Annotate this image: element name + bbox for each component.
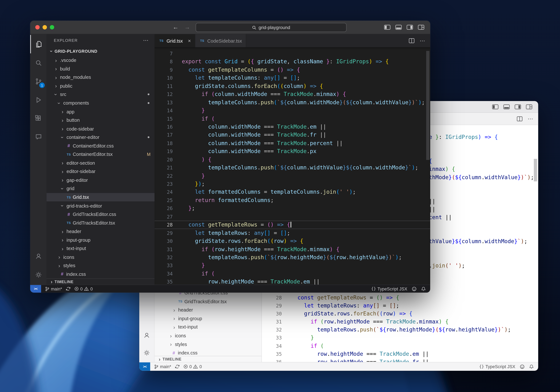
code-line-35[interactable]: 35 row.heightMode === TrackMode.em ||: [262, 350, 538, 358]
navigate-back-button[interactable]: ←: [173, 24, 179, 30]
sync-status[interactable]: [175, 364, 180, 369]
code-line-31[interactable]: 31 if (row.heightMode === TrackMode.minm…: [262, 318, 538, 326]
sync-status[interactable]: [66, 286, 70, 291]
tab-grid-tsx[interactable]: TS Grid.tsx ×: [155, 34, 195, 47]
code-line-19[interactable]: 19 column.widthMode === TrackMode.px: [155, 147, 430, 156]
notifications-bell-icon[interactable]: [529, 364, 534, 369]
zoom-window-button[interactable]: [50, 25, 54, 29]
code-line-24[interactable]: 24 let formattedColumns = templateColumn…: [155, 188, 430, 196]
code-line-29[interactable]: 29 let templateRows: any[] = [];: [262, 302, 538, 310]
code-line-14[interactable]: 14 }: [155, 107, 430, 115]
layout-sidebar-left-icon[interactable]: [384, 25, 390, 30]
tree-item-GridTracksEditor.css[interactable]: #GridTracksEditor.css: [47, 210, 154, 218]
code-line-21[interactable]: 21 templateColumns.push(`${column.widthV…: [155, 164, 430, 172]
run-debug-activity-button[interactable]: [30, 91, 47, 109]
tree-item-container-editor[interactable]: ›container-editor: [47, 133, 154, 141]
tree-item-icons[interactable]: ›icons: [155, 332, 261, 340]
close-window-button[interactable]: [35, 25, 40, 29]
tree-item-gap-editor[interactable]: ›gap-editor: [47, 176, 154, 184]
command-center-search[interactable]: grid-playground: [196, 23, 346, 32]
timeline-section[interactable]: › TIMELINE: [155, 356, 261, 362]
tree-item-button[interactable]: ›button: [47, 116, 154, 124]
tree-item-.vscode[interactable]: ›.vscode: [47, 56, 154, 64]
tree-item-GridTracksEditor.tsx[interactable]: TSGridTracksEditor.tsx: [47, 218, 154, 227]
code-line-29[interactable]: 29 let templateRows: any[] = [];: [155, 229, 430, 237]
code-line-33[interactable]: 33 }: [155, 261, 430, 270]
tree-item-styles[interactable]: ›styles: [47, 261, 154, 270]
tab-codesidebar-tsx[interactable]: TS CodeSidebar.tsx: [195, 34, 246, 47]
timeline-section[interactable]: › TIMELINE: [47, 278, 154, 285]
tree-item-input-group[interactable]: ›input-group: [47, 236, 154, 244]
code-line-15[interactable]: 15 if (: [155, 115, 430, 123]
code-line-9[interactable]: 9 const getTemplateColumns = () => {: [155, 66, 430, 74]
explorer-more-actions-icon[interactable]: ⋯: [143, 37, 149, 44]
explorer-activity-button[interactable]: [30, 35, 47, 54]
customize-layout-icon[interactable]: [526, 104, 532, 109]
editor-scrollbar[interactable]: [426, 51, 429, 160]
layout-sidebar-right-icon[interactable]: [515, 104, 521, 109]
split-editor-icon[interactable]: [517, 116, 523, 121]
search-activity-button[interactable]: [30, 53, 47, 72]
tree-item-app[interactable]: ›app: [47, 107, 154, 116]
tree-item-input-group[interactable]: ›input-group: [155, 314, 261, 323]
code-line-34[interactable]: 34 if (: [262, 342, 538, 350]
layout-panel-icon[interactable]: [503, 104, 510, 109]
code-line-28[interactable]: 28 const getTemplateRows = () => {: [155, 221, 430, 229]
code-line-16[interactable]: 16 column.widthMode === TrackMode.em ||: [155, 123, 430, 131]
feedback-smiley-icon[interactable]: [412, 286, 417, 291]
tree-item-components[interactable]: ›components: [47, 99, 154, 107]
layout-sidebar-right-icon[interactable]: [407, 25, 413, 30]
remote-indicator[interactable]: ><: [139, 363, 150, 371]
tree-item-Grid.tsx[interactable]: TSGrid.tsx: [47, 193, 154, 201]
extensions-activity-button[interactable]: [30, 109, 47, 128]
code-line-11[interactable]: 11 gridState.columns.forEach((column) =>…: [155, 82, 430, 90]
tree-item-header[interactable]: ›header: [155, 306, 261, 314]
more-actions-icon[interactable]: ⋯: [528, 115, 533, 122]
code-line-22[interactable]: 22 }: [155, 172, 430, 180]
tree-item-text-input[interactable]: ›text-input: [155, 323, 261, 331]
tree-item-public[interactable]: ›public: [47, 82, 154, 90]
tree-item-src[interactable]: ›src: [47, 90, 154, 99]
account-button[interactable]: [30, 247, 47, 265]
tree-item-GridTracksEditor.tsx[interactable]: TSGridTracksEditor.tsx: [155, 297, 261, 306]
close-tab-icon[interactable]: ×: [188, 38, 191, 44]
problems-status[interactable]: 0 0: [74, 286, 93, 291]
code-line-8[interactable]: 8export const Grid = ({ gridState, class…: [155, 58, 430, 66]
code-line-12[interactable]: 12 if (column.widthMode === TrackMode.mi…: [155, 90, 430, 98]
tree-item-styles[interactable]: ›styles: [155, 340, 261, 348]
tree-item-code-sidebar[interactable]: ›code-sidebar: [47, 125, 154, 133]
branch-status[interactable]: main*: [154, 364, 171, 369]
tree-item-build[interactable]: ›build: [47, 64, 154, 73]
tree-item-node_modules[interactable]: ›node_modules: [47, 73, 154, 82]
feedback-smiley-icon[interactable]: [520, 364, 525, 369]
customize-layout-icon[interactable]: [418, 25, 424, 30]
language-mode[interactable]: {} TypeScript JSX: [479, 364, 515, 369]
tree-item-ContainerEditor.css[interactable]: #ContainerEditor.css: [47, 141, 154, 150]
remote-indicator[interactable]: ><: [30, 285, 41, 293]
layout-panel-icon[interactable]: [395, 25, 402, 30]
dark-titlebar[interactable]: ← → grid-playground: [30, 21, 430, 34]
code-line-32[interactable]: 32 templateRows.push(`${row.heightMode}(…: [155, 253, 430, 261]
tree-item-icons[interactable]: ›icons: [47, 253, 154, 261]
tree-item-editor-sidebar[interactable]: ›editor-sidebar: [47, 167, 154, 176]
editor-scrollbar[interactable]: [534, 159, 537, 181]
tree-item-header[interactable]: ›header: [47, 227, 154, 236]
tree-item-editor-section[interactable]: ›editor-section: [47, 159, 154, 167]
split-editor-icon[interactable]: [409, 38, 415, 43]
code-line-34[interactable]: 34 if (: [155, 270, 430, 278]
code-line-36[interactable]: 36 row.heightMode === TrackMode.fr ||: [262, 358, 538, 362]
code-line-23[interactable]: 23 });: [155, 180, 430, 188]
code-line-27[interactable]: 27: [155, 213, 430, 221]
code-line-35[interactable]: 35 row.heightMode === TrackMode.em ||: [155, 278, 430, 285]
tree-item-grid[interactable]: ›grid: [47, 184, 154, 193]
code-line-20[interactable]: 20 ) {: [155, 156, 430, 164]
code-line-25[interactable]: 25 return formattedColumns;: [155, 196, 430, 204]
code-line-30[interactable]: 30 gridState.rows.forEach((row) => {: [262, 310, 538, 318]
problems-status[interactable]: 0 0: [183, 364, 202, 369]
code-line-7[interactable]: 7: [155, 49, 430, 58]
settings-gear-button[interactable]: [30, 265, 47, 284]
tree-item-grid-tracks-editor[interactable]: ›grid-tracks-editor: [47, 202, 154, 210]
layout-sidebar-left-icon[interactable]: [492, 104, 499, 109]
code-line-13[interactable]: 13 templateColumns.push(`${column.widthM…: [155, 98, 430, 107]
code-line-26[interactable]: 26 };: [155, 204, 430, 213]
